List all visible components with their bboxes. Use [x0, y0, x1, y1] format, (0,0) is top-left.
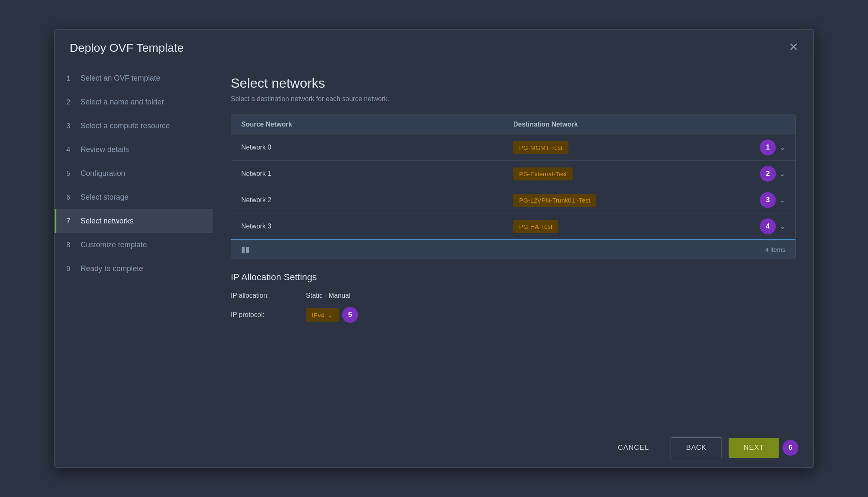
- source-network-2: Network 2: [241, 196, 513, 204]
- close-button[interactable]: ✕: [789, 41, 798, 53]
- network-badge-2: PG-L2VPN-Trunk01 -Test: [513, 194, 596, 207]
- dest-dropdown-2[interactable]: PG-L2VPN-Trunk01 -Test: [513, 194, 757, 207]
- modal-header: Deploy OVF Template ✕: [55, 30, 813, 62]
- step-num-2: 2: [66, 98, 75, 106]
- table-row: Network 1 PG-External-Test 2 ⌄: [231, 161, 795, 187]
- step-num-5: 5: [66, 170, 75, 178]
- ip-allocation-label: IP allocation:: [231, 292, 306, 299]
- modal-footer: CANCEL BACK NEXT 6: [55, 428, 813, 467]
- app-title: Deploy OVF Template: [70, 41, 184, 55]
- source-network-0: Network 0: [241, 144, 513, 151]
- step-num-9: 9: [66, 265, 75, 273]
- table-header: Source Network Destination Network: [231, 115, 795, 134]
- sidebar-item-3[interactable]: 3 Select a compute resource: [55, 114, 213, 138]
- modal-body: 1 Select an OVF template 2 Select a name…: [55, 62, 813, 428]
- step-badge-1: 1: [760, 139, 776, 155]
- table-row: Network 2 PG-L2VPN-Trunk01 -Test 3 ⌄: [231, 187, 795, 213]
- sidebar-item-7[interactable]: 7 Select networks: [55, 209, 213, 233]
- sidebar-label-4: Review details: [81, 145, 129, 154]
- table-footer: ▮▮ 4 items: [231, 240, 795, 258]
- dest-dropdown-3[interactable]: PG-HA-Test: [513, 220, 757, 233]
- sidebar-item-1[interactable]: 1 Select an OVF template: [55, 66, 213, 90]
- step-badge-2: 2: [760, 166, 776, 182]
- next-group: NEXT 6: [729, 438, 798, 458]
- step-num-6: 6: [66, 193, 75, 202]
- step-num-1: 1: [66, 74, 75, 83]
- sidebar-label-1: Select an OVF template: [81, 74, 160, 83]
- ip-allocation-row: IP allocation: Static - Manual: [231, 292, 796, 299]
- ip-protocol-value: IPv4: [312, 312, 324, 319]
- source-network-3: Network 3: [241, 223, 513, 230]
- network-badge-0: PG-MGMT-Test: [513, 141, 568, 154]
- sidebar-label-3: Select a compute resource: [81, 122, 170, 130]
- ip-protocol-dropdown: IPv4 ⌄ 5: [306, 307, 358, 323]
- network-badge-3: PG-HA-Test: [513, 220, 558, 233]
- ip-protocol-label: IP protocol:: [231, 311, 306, 319]
- sidebar-item-4[interactable]: 4 Review details: [55, 138, 213, 162]
- main-content: Select networks Select a destination net…: [213, 62, 813, 428]
- sidebar-label-2: Select a name and folder: [81, 98, 164, 106]
- ip-allocation-section: IP Allocation Settings IP allocation: St…: [231, 272, 796, 330]
- sidebar: 1 Select an OVF template 2 Select a name…: [55, 62, 213, 428]
- step-num-3: 3: [66, 122, 75, 130]
- sidebar-item-2[interactable]: 2 Select a name and folder: [55, 90, 213, 114]
- sidebar-label-7: Select networks: [81, 217, 134, 226]
- chevron-down-icon-1[interactable]: ⌄: [779, 169, 785, 178]
- sidebar-item-8[interactable]: 8 Customize template: [55, 233, 213, 257]
- ip-protocol-select[interactable]: IPv4 ⌄: [306, 308, 339, 322]
- sidebar-label-5: Configuration: [81, 169, 125, 178]
- col-dest: Destination Network: [513, 121, 785, 128]
- chevron-down-icon-2[interactable]: ⌄: [779, 195, 785, 205]
- sidebar-label-6: Select storage: [81, 193, 129, 202]
- step-badge-4: 4: [760, 218, 776, 234]
- col-source: Source Network: [241, 121, 513, 128]
- dest-cell-1: PG-External-Test 2 ⌄: [513, 166, 785, 182]
- dest-dropdown-0[interactable]: PG-MGMT-Test: [513, 141, 757, 154]
- sidebar-item-6[interactable]: 6 Select storage: [55, 185, 213, 209]
- chevron-down-icon-protocol: ⌄: [328, 311, 333, 319]
- sidebar-item-5[interactable]: 5 Configuration: [55, 162, 213, 185]
- deploy-ovf-modal: Deploy OVF Template ✕ 1 Select an OVF te…: [54, 29, 814, 468]
- step-num-7: 7: [66, 217, 75, 226]
- sidebar-item-9[interactable]: 9 Ready to complete: [55, 257, 213, 281]
- item-count: 4 items: [765, 246, 785, 253]
- step-num-4: 4: [66, 146, 75, 154]
- network-table: Source Network Destination Network Netwo…: [231, 114, 796, 259]
- next-button[interactable]: NEXT: [729, 438, 779, 458]
- step-badge-3: 3: [760, 192, 776, 208]
- ip-section-title: IP Allocation Settings: [231, 272, 796, 283]
- source-network-1: Network 1: [241, 170, 513, 178]
- dest-dropdown-1[interactable]: PG-External-Test: [513, 167, 757, 180]
- step-badge-6: 6: [782, 440, 798, 456]
- dest-cell-2: PG-L2VPN-Trunk01 -Test 3 ⌄: [513, 192, 785, 208]
- chevron-down-icon-0[interactable]: ⌄: [779, 143, 785, 152]
- dest-cell-0: PG-MGMT-Test 1 ⌄: [513, 139, 785, 155]
- table-columns-icon: ▮▮: [241, 245, 250, 254]
- cancel-button[interactable]: CANCEL: [603, 438, 664, 458]
- sidebar-label-9: Ready to complete: [81, 264, 143, 273]
- step-badge-5: 5: [342, 307, 358, 323]
- dest-cell-3: PG-HA-Test 4 ⌄: [513, 218, 785, 234]
- chevron-down-icon-3[interactable]: ⌄: [779, 222, 785, 231]
- page-title: Select networks: [231, 76, 796, 91]
- page-subtitle: Select a destination network for each so…: [231, 95, 796, 103]
- step-num-8: 8: [66, 241, 75, 249]
- network-badge-1: PG-External-Test: [513, 167, 573, 180]
- sidebar-label-8: Customize template: [81, 241, 147, 249]
- back-button[interactable]: BACK: [671, 437, 722, 458]
- ip-protocol-row: IP protocol: IPv4 ⌄ 5: [231, 307, 796, 323]
- table-row: Network 3 PG-HA-Test 4 ⌄: [231, 213, 795, 240]
- table-row: Network 0 PG-MGMT-Test 1 ⌄: [231, 134, 795, 161]
- ip-allocation-value: Static - Manual: [306, 292, 351, 299]
